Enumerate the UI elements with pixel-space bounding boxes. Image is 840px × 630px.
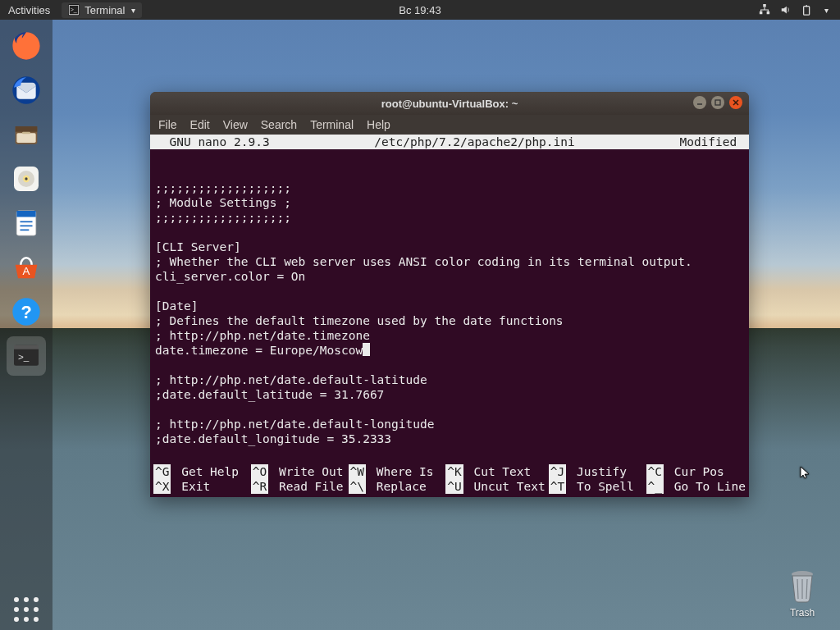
menu-terminal[interactable]: Terminal — [310, 118, 354, 131]
nano-shortcut: ^\ Replace — [349, 479, 443, 494]
dock-writer[interactable] — [7, 203, 46, 243]
app-menu-label: Terminal — [84, 4, 125, 16]
menu-view[interactable]: View — [223, 118, 248, 131]
nano-line: date.timezone = Europe/Moscow — [155, 343, 744, 358]
svg-rect-4 — [763, 4, 766, 7]
nano-line: ; Defines the default timezone used by t… — [155, 313, 744, 328]
window-maximize-button[interactable] — [711, 96, 724, 109]
dock: A ? >_ — [0, 20, 52, 630]
menu-edit[interactable]: Edit — [190, 118, 210, 131]
nano-shortcut: ^J Justify — [549, 464, 643, 479]
nano-line: ; http://php.net/date.timezone — [155, 328, 744, 343]
nano-line: ;;;;;;;;;;;;;;;;;;; — [155, 180, 744, 195]
trash-label: Trash — [783, 607, 822, 619]
show-applications-button[interactable] — [0, 597, 52, 622]
svg-rect-19 — [16, 211, 35, 217]
nano-shortcut-key: ^G — [153, 464, 171, 479]
menu-file[interactable]: File — [158, 118, 177, 131]
dock-firefox[interactable] — [7, 26, 46, 66]
nano-line — [155, 225, 744, 240]
power-menu-icon[interactable] — [801, 4, 813, 16]
dock-help[interactable]: ? — [7, 292, 46, 331]
svg-rect-13 — [22, 132, 30, 135]
maximize-icon — [714, 98, 722, 107]
terminal-window: root@ubuntu-VirtualBox: ~ File Edit View… — [150, 92, 749, 497]
activities-button[interactable]: Activities — [8, 4, 50, 16]
clock[interactable]: Bc 19:43 — [399, 4, 441, 16]
svg-rect-12 — [16, 133, 35, 143]
nano-line — [155, 166, 744, 180]
nano-shortcut: ^C Cur Pos — [646, 464, 746, 479]
nano-shortcut-key: ^K — [445, 464, 463, 479]
desktop-trash[interactable]: Trash — [783, 566, 822, 619]
menu-help[interactable]: Help — [367, 118, 390, 131]
dock-rhythmbox[interactable] — [7, 159, 46, 199]
nano-shortcut-label: Where Is — [369, 464, 434, 479]
window-minimize-button[interactable] — [693, 96, 706, 109]
window-title: root@ubuntu-VirtualBox: ~ — [150, 98, 749, 110]
nano-shortcut-key: ^T — [549, 479, 566, 494]
menu-search[interactable]: Search — [261, 118, 297, 131]
apps-grid-icon — [14, 597, 39, 622]
window-close-button[interactable] — [729, 96, 742, 109]
nano-shortcut-label: Replace — [369, 479, 427, 494]
terminal-menubar: File Edit View Search Terminal Help — [150, 115, 749, 135]
window-titlebar[interactable]: root@ubuntu-VirtualBox: ~ — [150, 92, 749, 115]
nano-shortcut-key: ^\ — [349, 479, 366, 494]
nano-line: ; Module Settings ; — [155, 195, 744, 210]
minimize-icon — [696, 98, 704, 107]
nano-status: Modified — [679, 135, 744, 149]
nano-footer: ^G Get Help^O Write Out^W Where Is^K Cut… — [150, 464, 749, 497]
nano-shortcut-label: Go To Line — [667, 479, 746, 494]
nano-line: ;date.default_latitude = 31.7667 — [155, 387, 744, 402]
svg-rect-5 — [760, 11, 763, 15]
nano-shortcut-key: ^J — [549, 464, 566, 479]
nano-shortcut-key: ^_ — [646, 479, 664, 494]
network-icon[interactable] — [759, 4, 770, 16]
dock-software[interactable]: A — [7, 248, 46, 287]
nano-shortcut-key: ^U — [445, 479, 463, 494]
svg-text:?: ? — [21, 302, 31, 322]
mouse-cursor — [800, 466, 813, 482]
dock-files[interactable] — [7, 115, 46, 154]
svg-point-17 — [25, 177, 27, 180]
nano-shortcut-label: Write Out — [272, 464, 343, 479]
chevron-down-icon: ▾ — [824, 6, 829, 15]
chevron-down-icon: ▾ — [131, 6, 135, 15]
nano-shortcut: ^K Cut Text — [445, 464, 546, 479]
nano-editor-area[interactable]: ;;;;;;;;;;;;;;;;;;;; Module Settings ;;;… — [150, 149, 749, 464]
terminal-body[interactable]: GNU nano 2.9.3 /etc/php/7.2/apache2/php.… — [150, 135, 749, 497]
nano-shortcut: ^R Read File — [251, 479, 345, 494]
nano-shortcut: ^X Exit — [153, 479, 248, 494]
nano-line — [155, 402, 744, 417]
nano-shortcut-key: ^X — [153, 479, 171, 494]
nano-shortcut-label: Cur Pos — [667, 464, 724, 479]
nano-shortcut-label: Cut Text — [467, 464, 532, 479]
svg-rect-7 — [804, 7, 810, 16]
nano-header: GNU nano 2.9.3 /etc/php/7.2/apache2/php.… — [150, 135, 749, 149]
nano-app-version: GNU nano 2.9.3 — [155, 135, 270, 149]
app-menu[interactable]: >_ Terminal ▾ — [62, 2, 142, 18]
svg-text:A: A — [23, 265, 30, 277]
nano-shortcut-label: Justify — [569, 464, 627, 479]
volume-icon[interactable] — [780, 4, 792, 16]
trash-icon — [783, 566, 822, 605]
text-cursor — [363, 343, 370, 356]
svg-rect-6 — [767, 11, 770, 15]
nano-line: ; http://php.net/date.default-latitude — [155, 372, 744, 387]
nano-shortcut-key: ^O — [251, 464, 268, 479]
dock-terminal[interactable]: >_ — [7, 336, 46, 376]
terminal-small-icon: >_ — [68, 4, 80, 16]
nano-file-path: /etc/php/7.2/apache2/php.ini — [270, 135, 680, 149]
svg-rect-27 — [14, 345, 39, 349]
nano-line: ;date.default_longitude = 35.2333 — [155, 431, 744, 446]
nano-shortcut-label: Get Help — [174, 464, 239, 479]
nano-line: [Date] — [155, 299, 744, 313]
close-icon — [732, 98, 740, 107]
nano-line: cli_server.color = On — [155, 269, 744, 284]
nano-shortcut: ^G Get Help — [153, 464, 248, 479]
nano-line: ; Whether the CLI web server uses ANSI c… — [155, 254, 744, 269]
dock-thunderbird[interactable] — [7, 71, 46, 110]
svg-text:>_: >_ — [18, 351, 30, 362]
nano-line — [155, 358, 744, 372]
